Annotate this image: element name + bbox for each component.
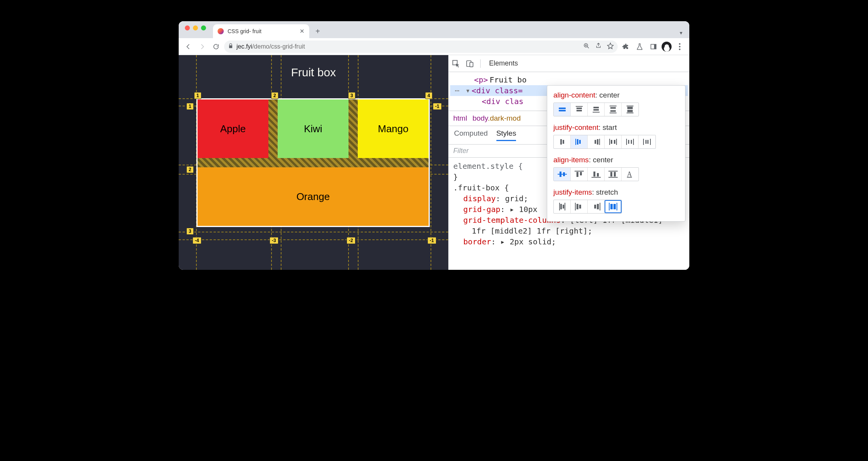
grid-number: -1 [427,237,436,244]
extensions-icon[interactable] [620,41,632,52]
justify-content-evenly-icon[interactable] [638,135,655,148]
grid-number: -2 [347,237,355,244]
browser-window: CSS grid- fruit ✕ + ▾ jec.fyi/demo/css-g… [179,21,689,270]
svg-rect-31 [597,139,598,145]
dom-row[interactable]: <p>Fruit bo [450,74,688,85]
value-label: stretch [596,188,618,196]
align-items-start-icon[interactable] [571,168,588,181]
svg-rect-63 [575,203,576,210]
crumb-html[interactable]: html [453,114,467,123]
window-minimize[interactable] [193,25,198,30]
value-label: center [599,91,620,99]
justify-content-around-icon[interactable] [622,135,638,148]
svg-rect-30 [595,140,596,144]
svg-rect-52 [597,173,599,177]
dom-text: Fruit bo [489,75,526,84]
justify-content-center-icon[interactable] [554,135,571,148]
bookmark-icon[interactable] [607,42,614,51]
svg-rect-38 [628,140,629,144]
svg-rect-41 [643,139,644,145]
url-path: /demo/css-grid-fruit [252,43,305,50]
grid-number: 2 [271,92,278,99]
justify-items-end-icon[interactable] [588,200,605,213]
omnibox-actions [583,42,614,51]
svg-rect-26 [563,140,564,144]
align-items-baseline-icon[interactable]: A [622,168,638,181]
justify-content-end-icon[interactable] [588,135,605,148]
svg-rect-70 [610,204,613,209]
svg-rect-24 [627,113,633,113]
grid-number: 4 [425,92,432,99]
reload-button[interactable] [210,41,222,52]
address-bar[interactable]: jec.fyi/demo/css-grid-fruit [224,40,618,53]
align-content-start-icon[interactable] [571,103,588,116]
svg-rect-51 [593,172,595,177]
svg-rect-11 [576,106,583,107]
justify-items-stretch-icon[interactable] [605,200,622,213]
tab-computed[interactable]: Computed [454,129,488,141]
align-content-stretch-icon[interactable] [622,103,638,116]
align-items-stretch-icon[interactable] [605,168,622,181]
css-prop: grid-gap [463,205,500,214]
new-tab-button[interactable]: + [312,26,323,37]
grid-number: 3 [186,228,194,235]
svg-rect-42 [645,140,647,144]
svg-rect-35 [614,140,615,144]
inspect-icon[interactable] [451,59,461,69]
url-host: jec.fyi [236,43,252,50]
prop-label: justify-items [553,188,592,196]
tab-styles[interactable]: Styles [496,129,516,141]
justify-items-start-icon[interactable] [571,200,588,213]
device-toggle-icon[interactable] [465,59,475,69]
crumb-class[interactable]: .dark-mod [488,114,521,122]
favicon-icon [218,28,224,34]
page-heading: Fruit box [179,55,448,79]
justify-content-between-icon[interactable] [605,135,622,148]
zoom-icon[interactable] [583,42,590,51]
prop-label: align-content [553,91,595,99]
svg-rect-12 [576,108,582,109]
window-maximize[interactable] [201,25,206,30]
justify-content-row: justify-content: start [553,123,679,149]
align-content-end-icon[interactable] [588,103,605,116]
window-close[interactable] [185,25,190,30]
grid-number: 1 [186,103,194,110]
side-panel-icon[interactable] [648,41,659,52]
svg-rect-56 [614,172,616,177]
svg-rect-64 [576,204,578,209]
separator [480,59,481,68]
url-text: jec.fyi/demo/css-grid-fruit [236,43,580,50]
css-value: 2px solid [509,237,551,246]
css-prop: grid-template-columns [463,215,561,225]
grid-cell-orange: Orange [198,167,429,226]
nav-forward-button[interactable] [196,41,208,52]
tabs-menu-icon[interactable]: ▾ [680,30,682,36]
svg-rect-27 [575,139,576,145]
align-items-center-icon[interactable] [554,168,571,181]
window-controls [183,25,209,34]
svg-point-4 [679,46,680,47]
alignment-editor-popup: align-content: center justify-content: s… [547,85,685,222]
svg-rect-53 [592,177,601,178]
svg-point-5 [679,49,680,50]
justify-items-center-icon[interactable] [554,200,571,213]
labs-icon[interactable] [634,41,645,52]
profile-avatar[interactable] [662,42,672,52]
nav-back-button[interactable] [183,41,194,52]
browser-tab[interactable]: CSS grid- fruit ✕ [213,24,309,38]
grid-number: -1 [433,103,442,110]
overflow-icon[interactable]: ⋯ [450,86,465,95]
justify-content-start-icon[interactable] [571,135,588,148]
css-prop: border [463,237,491,246]
crumb-body[interactable]: body [473,114,488,122]
menu-icon[interactable] [674,41,685,52]
tab-close-icon[interactable]: ✕ [300,28,305,35]
devtools-tab-elements[interactable]: Elements [486,59,521,67]
svg-rect-22 [627,107,633,109]
align-items-end-icon[interactable] [588,168,605,181]
share-icon[interactable] [595,42,602,51]
align-items-options: A [553,167,639,181]
grid-cell-mango: Mango [358,99,429,158]
align-content-center-icon[interactable] [554,103,571,116]
align-content-between-icon[interactable] [605,103,622,116]
